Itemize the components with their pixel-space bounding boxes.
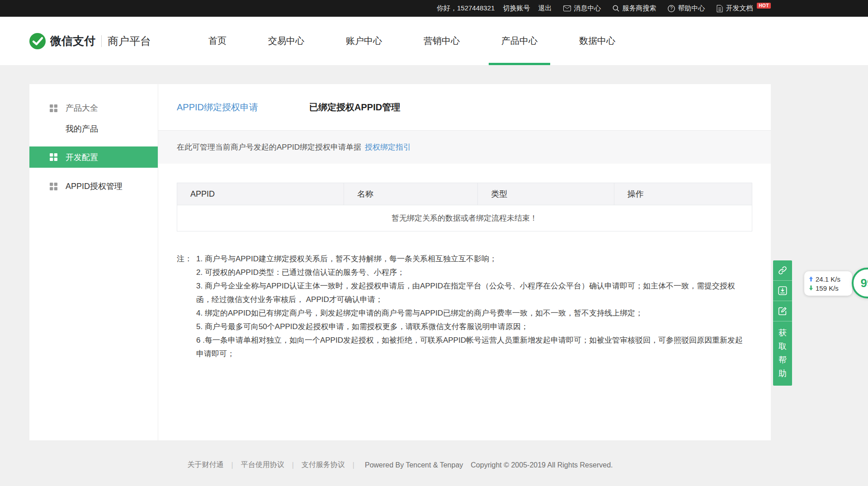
nav-marketing-center[interactable]: 营销中心 xyxy=(411,17,472,65)
svg-text:?: ? xyxy=(670,6,673,11)
switch-account-link[interactable]: 切换账号 xyxy=(503,4,530,13)
auth-bind-guide-link[interactable]: 授权绑定指引 xyxy=(365,142,411,152)
upload-arrow-icon xyxy=(809,276,813,282)
empty-state-text: 暂无绑定关系的数据或者绑定流程未结束！ xyxy=(177,205,752,231)
get-help-label: 获取帮助 xyxy=(778,326,787,380)
sp-search-link[interactable]: 服务商搜索 xyxy=(613,4,656,13)
footer-separator: | xyxy=(231,461,233,469)
footer-copyright: Copyright © 2005-2019 All Rights Reserve… xyxy=(471,461,613,469)
wechat-pay-logo-icon xyxy=(29,33,46,49)
brand-divider xyxy=(101,35,102,47)
col-type: 类型 xyxy=(478,183,614,205)
dev-docs-link[interactable]: 开发文档 HOT xyxy=(717,4,771,13)
content-area: 产品大全 我的产品 开发配置 APPID授权管理 APPID绑定授权申请 已绑定… xyxy=(29,84,771,440)
sidebar-item-dev-config[interactable]: 开发配置 xyxy=(29,146,158,168)
sidebar-item-my-products[interactable]: 我的产品 xyxy=(29,118,158,139)
float-toolbar: 获取帮助 xyxy=(773,260,792,386)
grid-icon xyxy=(50,104,57,112)
logout-link[interactable]: 退出 xyxy=(538,4,552,13)
account-greeting: 你好，1527448321 xyxy=(437,4,495,13)
upload-speed: 24.1 K/s xyxy=(816,275,840,283)
notification-count-badge[interactable]: 99 xyxy=(852,268,868,298)
note-item: 6 .每一条申请单相对独立，如向一个APPID发起授权，如被拒绝，可联系APPI… xyxy=(196,334,744,361)
help-center-link[interactable]: ? 帮助中心 xyxy=(668,4,705,13)
footer-link-tenpay[interactable]: 关于财付通 xyxy=(188,460,224,470)
hot-badge: HOT xyxy=(757,3,771,9)
sidebar-item-all-products[interactable]: 产品大全 xyxy=(29,98,158,118)
notes-section: 注： 1. 商户号与APPID建立绑定授权关系后，暂不支持解绑，每一条关系相互独… xyxy=(177,252,744,361)
platform-name: 商户平台 xyxy=(108,34,151,48)
help-icon: ? xyxy=(668,5,675,12)
tab-row: APPID绑定授权申请 已绑定授权APPID管理 xyxy=(158,84,771,131)
edit-icon[interactable] xyxy=(773,301,792,321)
nav-home[interactable]: 首页 xyxy=(196,17,239,65)
link-icon[interactable] xyxy=(773,260,792,281)
header: 微信支付 商户平台 首页 交易中心 账户中心 营销中心 产品中心 数据中心 xyxy=(0,17,868,65)
get-help-button[interactable]: 获取帮助 xyxy=(773,321,792,386)
table-header-row: APPID 名称 类型 操作 xyxy=(177,183,752,205)
download-arrow-icon xyxy=(809,285,813,291)
grid-icon xyxy=(50,153,57,161)
appid-table: APPID 名称 类型 操作 暂无绑定关系的数据或者绑定流程未结束！ xyxy=(177,183,752,231)
empty-row: 暂无绑定关系的数据或者绑定流程未结束！ xyxy=(177,205,752,231)
note-item: 4. 绑定的APPID如已有绑定商户号，则发起绑定申请的商户号需与APPID已绑… xyxy=(196,307,744,320)
nav-product-center[interactable]: 产品中心 xyxy=(489,17,550,65)
footer-separator: | xyxy=(353,461,354,469)
sidebar: 产品大全 我的产品 开发配置 APPID授权管理 xyxy=(29,84,158,440)
nav-data-center[interactable]: 数据中心 xyxy=(566,17,628,65)
nav-account-center[interactable]: 账户中心 xyxy=(333,17,395,65)
topbar: 你好，1527448321 切换账号 退出 消息中心 服务商搜索 ? 帮助中心 xyxy=(0,0,868,17)
tab-appid-bind-apply[interactable]: APPID绑定授权申请 xyxy=(177,101,258,113)
col-action: 操作 xyxy=(614,183,752,205)
nav-transaction-center[interactable]: 交易中心 xyxy=(255,17,317,65)
main-nav: 首页 交易中心 账户中心 营销中心 产品中心 数据中心 xyxy=(188,17,636,65)
footer-powered-by: Powered By Tencent & Tenpay xyxy=(365,461,463,469)
note-item: 3. 商户号企业全称与APPID认证主体一致时，发起授权申请后，由APPID在指… xyxy=(196,279,744,307)
info-bar: 在此可管理当前商户号发起的APPID绑定授权申请单据 授权绑定指引 xyxy=(158,131,771,164)
search-icon xyxy=(613,5,619,12)
footer-link-platform-agreement[interactable]: 平台使用协议 xyxy=(241,460,284,470)
grid-icon xyxy=(50,183,57,190)
doc-icon xyxy=(717,5,723,12)
footer: 关于财付通 | 平台使用协议 | 支付服务协议 | Powered By Ten… xyxy=(29,460,771,470)
net-speed-widget[interactable]: 24.1 K/s 159 K/s xyxy=(804,271,852,296)
note-item: 1. 商户号与APPID建立绑定授权关系后，暂不支持解绑，每一条关系相互独立互不… xyxy=(196,252,744,266)
main-panel: APPID绑定授权申请 已绑定授权APPID管理 在此可管理当前商户号发起的AP… xyxy=(158,84,771,440)
note-item: 5. 商户号最多可向50个APPID发起授权申请，如需授权更多，请联系微信支付客… xyxy=(196,320,744,334)
col-name: 名称 xyxy=(344,183,477,205)
footer-separator: | xyxy=(292,461,294,469)
download-icon[interactable] xyxy=(773,281,792,301)
mail-icon xyxy=(563,5,571,11)
footer-link-payment-agreement[interactable]: 支付服务协议 xyxy=(302,460,345,470)
message-center-link[interactable]: 消息中心 xyxy=(563,4,601,13)
sidebar-item-appid-auth[interactable]: APPID授权管理 xyxy=(29,176,158,197)
brand-name: 微信支付 xyxy=(50,33,95,48)
tab-appid-bound-manage[interactable]: 已绑定授权APPID管理 xyxy=(309,101,400,113)
col-appid: APPID xyxy=(177,183,344,205)
info-text: 在此可管理当前商户号发起的APPID绑定授权申请单据 xyxy=(177,142,361,152)
download-speed: 159 K/s xyxy=(816,284,839,292)
notes-label: 注： xyxy=(177,252,196,361)
note-item: 2. 可授权的APPID类型：已通过微信认证的服务号、小程序； xyxy=(196,266,744,279)
brand: 微信支付 商户平台 xyxy=(29,17,160,65)
